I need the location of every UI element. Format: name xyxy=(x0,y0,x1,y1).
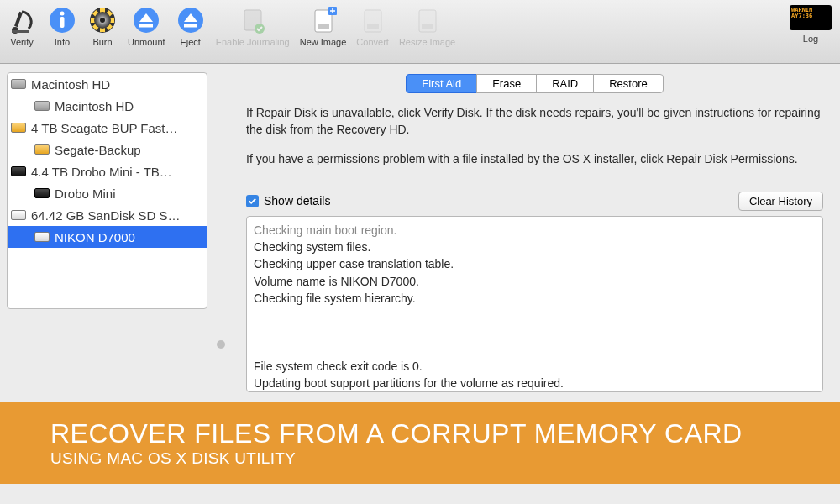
resize-label: Resize Image xyxy=(399,37,455,47)
svg-rect-20 xyxy=(419,10,436,32)
disk-row[interactable]: 64.42 GB SanDisk SD S… xyxy=(8,204,207,226)
unmount-label: Unmount xyxy=(128,37,165,47)
eject-button[interactable]: Eject xyxy=(176,3,206,47)
disk-row[interactable]: Macintosh HD xyxy=(8,95,207,117)
disk-label: Macintosh HD xyxy=(55,99,134,113)
burn-label: Burn xyxy=(92,37,112,47)
drive-icon xyxy=(34,230,51,244)
tab-first-aid[interactable]: First Aid xyxy=(406,74,477,93)
svg-rect-12 xyxy=(184,24,197,28)
clear-history-button[interactable]: Clear History xyxy=(738,192,823,211)
log-line: Checking system files. xyxy=(254,239,816,255)
tab-restore[interactable]: Restore xyxy=(593,74,664,93)
log-icon: WARNIN AY7:36 xyxy=(790,5,832,30)
eject-label: Eject xyxy=(180,37,200,47)
log-label: Log xyxy=(803,34,818,44)
banner-title: RECOVER FILES FROM A CORRUPT MEMORY CARD xyxy=(50,418,743,449)
resize-button: Resize Image xyxy=(399,3,455,47)
disk-label: Drobo Mini xyxy=(55,186,116,201)
svg-rect-2 xyxy=(12,30,29,33)
disk-list[interactable]: Macintosh HDMacintosh HD4 TB Seagate BUP… xyxy=(7,72,207,309)
log-line: Updating boot support partitions for the… xyxy=(254,375,816,391)
show-details-label: Show details xyxy=(264,194,330,207)
svg-rect-1 xyxy=(14,12,23,27)
svg-rect-5 xyxy=(60,17,65,28)
unmount-icon xyxy=(131,5,161,35)
burn-icon xyxy=(87,5,118,35)
disk-row[interactable]: NIKON D7000 xyxy=(8,226,207,248)
microscope-icon xyxy=(7,5,37,35)
drive-icon xyxy=(34,186,51,200)
drive-icon xyxy=(34,99,51,113)
resize-icon xyxy=(412,5,443,35)
verify-label: Verify xyxy=(10,37,34,47)
tab-erase[interactable]: Erase xyxy=(476,74,537,93)
convert-button: Convert xyxy=(356,3,389,47)
unmount-button[interactable]: Unmount xyxy=(128,3,165,47)
new-image-icon xyxy=(308,5,339,35)
disk-row[interactable]: Macintosh HD xyxy=(8,73,207,95)
log-line: Checking file system hierarchy. xyxy=(254,290,816,307)
toolbar: Verify Info Burn Unmount xyxy=(0,0,840,64)
show-details-checkbox[interactable]: Show details xyxy=(246,194,330,207)
drive-icon xyxy=(11,208,28,222)
disk-row[interactable]: Segate-Backup xyxy=(8,139,207,160)
log-line: Volume name is NIKON D7000. xyxy=(254,273,816,290)
drive-icon xyxy=(11,77,28,91)
disk-label: 4 TB Seagate BUP Fast… xyxy=(31,121,178,135)
disk-label: 64.42 GB SanDisk SD S… xyxy=(31,208,181,223)
journaling-button: Enable Journaling xyxy=(216,3,290,47)
burn-button[interactable]: Burn xyxy=(87,3,118,47)
detail-para1: If Repair Disk is unavailable, click Ver… xyxy=(246,105,823,138)
log-line: File system check exit code is 0. xyxy=(254,358,816,375)
log-line: Checking main boot region. xyxy=(254,222,816,239)
newimage-label: New Image xyxy=(300,37,347,47)
verify-button[interactable]: Verify xyxy=(7,3,37,47)
detail-para2: If you have a permissions problem with a… xyxy=(246,151,823,168)
disk-row[interactable]: 4.4 TB Drobo Mini - TB… xyxy=(8,160,207,182)
banner-overlay: RECOVER FILES FROM A CORRUPT MEMORY CARD… xyxy=(0,402,840,484)
detail-text: If Repair Disk is unavailable, click Ver… xyxy=(239,105,830,168)
convert-icon xyxy=(358,5,388,35)
log-output[interactable]: Checking main boot region.Checking syste… xyxy=(246,216,823,392)
eject-icon xyxy=(176,5,206,35)
disk-label: NIKON D7000 xyxy=(55,230,135,244)
drive-icon xyxy=(34,143,51,156)
svg-rect-10 xyxy=(139,24,153,28)
disk-row[interactable]: 4 TB Seagate BUP Fast… xyxy=(8,117,207,139)
tab-bar: First AidEraseRAIDRestore xyxy=(239,74,830,93)
log-line xyxy=(254,307,816,323)
info-button[interactable]: Info xyxy=(47,3,77,47)
svg-rect-21 xyxy=(422,24,433,29)
drive-icon xyxy=(11,165,28,178)
log-line xyxy=(254,324,816,341)
convert-label: Convert xyxy=(356,37,389,47)
controls-row: Show details Clear History xyxy=(239,185,830,216)
tab-raid[interactable]: RAID xyxy=(536,74,594,93)
journal-label: Enable Journaling xyxy=(216,37,290,47)
disk-label: Segate-Backup xyxy=(55,143,141,157)
log-line xyxy=(254,341,816,358)
svg-point-8 xyxy=(100,18,105,23)
disk-label: Macintosh HD xyxy=(31,77,110,92)
drive-icon xyxy=(11,121,28,134)
banner-subtitle: USING MAC OS X DISK UTILITY xyxy=(50,449,743,468)
log-button[interactable]: WARNIN AY7:36 Log xyxy=(790,5,832,44)
svg-rect-18 xyxy=(365,10,381,32)
disk-row[interactable]: Drobo Mini xyxy=(8,182,207,204)
svg-rect-16 xyxy=(318,24,329,29)
disk-label: 4.4 TB Drobo Mini - TB… xyxy=(31,165,172,179)
log-line: Checking upper case translation table. xyxy=(254,255,816,272)
checkbox-icon xyxy=(246,195,259,207)
new-image-button[interactable]: New Image xyxy=(300,3,347,47)
svg-rect-19 xyxy=(367,24,379,29)
journal-icon xyxy=(238,5,268,35)
info-label: Info xyxy=(55,37,70,47)
svg-point-4 xyxy=(60,12,65,16)
info-icon xyxy=(47,5,77,35)
